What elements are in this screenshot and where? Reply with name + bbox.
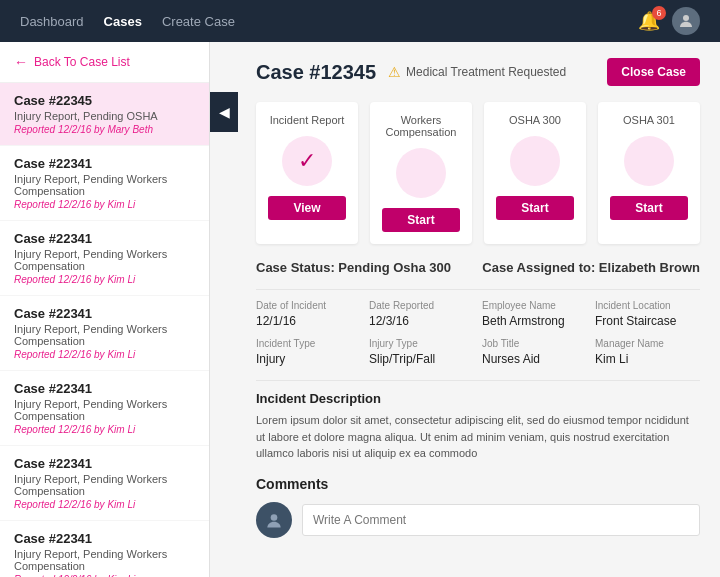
card-icon-circle: ✓ xyxy=(282,136,332,186)
comments-title: Comments xyxy=(256,476,700,492)
case-list-item[interactable]: Case #22341 Injury Report, Pending Worke… xyxy=(0,446,209,521)
case-list-item[interactable]: Case #22341 Injury Report, Pending Worke… xyxy=(0,221,209,296)
date-reported-value: 12/3/16 xyxy=(369,314,474,328)
case-item-title: Case #22341 xyxy=(14,306,195,321)
warning-icon: ⚠ xyxy=(388,64,401,80)
incident-description-text: Lorem ipsum dolor sit amet, consectetur … xyxy=(256,412,700,462)
case-item-reporter: Reported 12/2/16 by Kim Li xyxy=(14,274,195,285)
nav-cases[interactable]: Cases xyxy=(104,14,142,29)
card-icon-circle xyxy=(510,136,560,186)
case-assigned: Case Assigned to: Elizabeth Brown xyxy=(482,260,700,275)
employee-name-label: Employee Name xyxy=(482,300,587,311)
comment-input[interactable] xyxy=(302,504,700,536)
case-number: Case #12345 xyxy=(256,61,376,84)
incident-type-cell: Incident Type Injury xyxy=(256,338,361,366)
case-item-title: Case #22341 xyxy=(14,456,195,471)
card-title: OSHA 301 xyxy=(610,114,688,126)
case-list-item[interactable]: Case #22341 Injury Report, Pending Worke… xyxy=(0,296,209,371)
case-status: Case Status: Pending Osha 300 xyxy=(256,260,451,275)
card-icon-circle xyxy=(396,148,446,198)
back-to-case-list[interactable]: ← Back To Case List xyxy=(0,42,209,83)
incident-description-title: Incident Description xyxy=(256,391,700,406)
card-view-button[interactable]: View xyxy=(268,196,346,220)
date-of-incident-value: 12/1/16 xyxy=(256,314,361,328)
collapse-icon: ◀ xyxy=(219,104,230,120)
case-item-reporter: Reported 12/2/16 by Kim Li xyxy=(14,349,195,360)
case-list-item[interactable]: Case #22341 Injury Report, Pending Worke… xyxy=(0,146,209,221)
case-item-subtitle: Injury Report, Pending Workers Compensat… xyxy=(14,173,195,197)
report-card: OSHA 301 Start xyxy=(598,102,700,244)
case-list-item[interactable]: Case #22345 Injury Report, Pending OSHA … xyxy=(0,83,209,146)
report-card: Workers Compensation Start xyxy=(370,102,472,244)
incident-type-value: Injury xyxy=(256,352,361,366)
injury-type-value: Slip/Trip/Fall xyxy=(369,352,474,366)
date-reported-cell: Date Reported 12/3/16 xyxy=(369,300,474,328)
divider2 xyxy=(256,380,700,381)
sidebar: ← Back To Case List Case #22345 Injury R… xyxy=(0,42,210,577)
card-title: Incident Report xyxy=(268,114,346,126)
case-item-title: Case #22341 xyxy=(14,156,195,171)
employee-name-cell: Employee Name Beth Armstrong xyxy=(482,300,587,328)
nav-links: Dashboard Cases Create Case xyxy=(20,14,235,29)
case-header: Case #12345 ⚠ Medical Treatment Requeste… xyxy=(256,58,700,86)
case-list-item[interactable]: Case #22341 Injury Report, Pending Worke… xyxy=(0,521,209,577)
info-grid: Date of Incident 12/1/16 Date Reported 1… xyxy=(256,300,700,366)
card-icon-circle xyxy=(624,136,674,186)
case-list-item[interactable]: Case #22341 Injury Report, Pending Worke… xyxy=(0,371,209,446)
case-item-reporter: Reported 12/2/16 by Kim Li xyxy=(14,199,195,210)
case-item-subtitle: Injury Report, Pending OSHA xyxy=(14,110,195,122)
manager-name-cell: Manager Name Kim Li xyxy=(595,338,700,366)
case-item-title: Case #22341 xyxy=(14,231,195,246)
incident-location-cell: Incident Location Front Staircase xyxy=(595,300,700,328)
case-item-subtitle: Injury Report, Pending Workers Compensat… xyxy=(14,248,195,272)
notification-badge: 6 xyxy=(652,6,666,20)
collapse-sidebar-button[interactable]: ◀ xyxy=(210,92,238,132)
date-of-incident-cell: Date of Incident 12/1/16 xyxy=(256,300,361,328)
employee-name-value: Beth Armstrong xyxy=(482,314,587,328)
card-start-button[interactable]: Start xyxy=(496,196,574,220)
comments-section: Comments xyxy=(256,476,700,538)
injury-type-cell: Injury Type Slip/Trip/Fall xyxy=(369,338,474,366)
medical-badge: ⚠ Medical Treatment Requested xyxy=(388,64,566,80)
card-start-button[interactable]: Start xyxy=(610,196,688,220)
check-icon: ✓ xyxy=(298,148,316,174)
cards-row: Incident Report ✓ View Workers Compensat… xyxy=(256,102,700,244)
date-reported-label: Date Reported xyxy=(369,300,474,311)
case-list: Case #22345 Injury Report, Pending OSHA … xyxy=(0,83,209,577)
report-card: Incident Report ✓ View xyxy=(256,102,358,244)
card-title: OSHA 300 xyxy=(496,114,574,126)
incident-description-section: Incident Description Lorem ipsum dolor s… xyxy=(256,391,700,462)
status-row: Case Status: Pending Osha 300 Case Assig… xyxy=(256,260,700,275)
case-item-subtitle: Injury Report, Pending Workers Compensat… xyxy=(14,323,195,347)
job-title-label: Job Title xyxy=(482,338,587,349)
svg-point-1 xyxy=(271,514,278,521)
report-card: OSHA 300 Start xyxy=(484,102,586,244)
avatar-icon xyxy=(264,510,284,530)
manager-name-value: Kim Li xyxy=(595,352,700,366)
nav-dashboard[interactable]: Dashboard xyxy=(20,14,84,29)
close-case-button[interactable]: Close Case xyxy=(607,58,700,86)
commenter-avatar xyxy=(256,502,292,538)
case-item-reporter: Reported 12/2/16 by Mary Beth xyxy=(14,124,195,135)
case-detail: Case #12345 ⚠ Medical Treatment Requeste… xyxy=(210,42,720,554)
divider xyxy=(256,289,700,290)
case-item-reporter: Reported 12/2/16 by Kim Li xyxy=(14,499,195,510)
case-item-title: Case #22341 xyxy=(14,381,195,396)
main-layout: ← Back To Case List Case #22345 Injury R… xyxy=(0,42,720,577)
card-title: Workers Compensation xyxy=(382,114,460,138)
card-start-button[interactable]: Start xyxy=(382,208,460,232)
incident-location-label: Incident Location xyxy=(595,300,700,311)
manager-name-label: Manager Name xyxy=(595,338,700,349)
injury-type-label: Injury Type xyxy=(369,338,474,349)
back-label: Back To Case List xyxy=(34,55,130,69)
case-item-subtitle: Injury Report, Pending Workers Compensat… xyxy=(14,473,195,497)
nav-create-case[interactable]: Create Case xyxy=(162,14,235,29)
case-item-subtitle: Injury Report, Pending Workers Compensat… xyxy=(14,548,195,572)
case-item-subtitle: Injury Report, Pending Workers Compensat… xyxy=(14,398,195,422)
user-avatar[interactable] xyxy=(672,7,700,35)
date-of-incident-label: Date of Incident xyxy=(256,300,361,311)
notification-icon[interactable]: 🔔 6 xyxy=(638,10,660,32)
nav-actions: 🔔 6 xyxy=(638,7,700,35)
case-item-title: Case #22341 xyxy=(14,531,195,546)
incident-type-label: Incident Type xyxy=(256,338,361,349)
